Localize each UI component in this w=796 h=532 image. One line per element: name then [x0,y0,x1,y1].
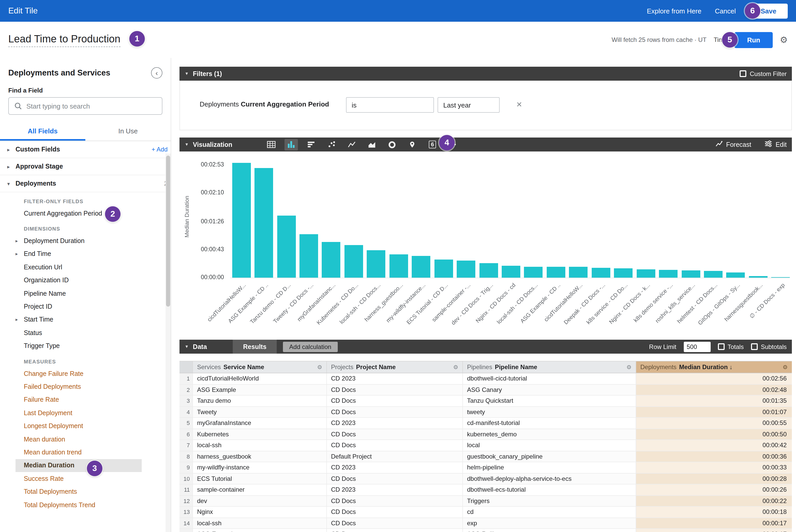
table-row[interactable]: 6KubernetesCD Docskubernetes_demo00:00:5… [180,429,792,440]
chart-bar[interactable] [636,269,655,278]
project-name-cell[interactable]: CD Docs [327,440,463,451]
table-row[interactable]: 14local-sshCD Docsexp00:00:17 [180,518,792,529]
chart-bar[interactable] [277,216,296,278]
field-item-total-deployments[interactable]: Total Deployments [0,485,171,498]
table-row[interactable]: 5myGrafanaInstanceCD 2023cd-manifest-tut… [180,418,792,429]
collapse-sidebar-button[interactable]: ‹ [151,67,162,79]
tab-results[interactable]: Results [233,340,277,354]
filter-operator-select[interactable]: is [346,97,434,113]
donut-chart-icon[interactable] [385,139,399,150]
field-item-success-rate[interactable]: Success Rate [0,472,171,485]
table-row[interactable]: 7local-sshCD Docslocal00:00:42 [180,440,792,451]
service-name-cell[interactable]: Tanzu demo [193,396,327,406]
pipeline-name-cell[interactable]: local [463,440,636,451]
chart-bar[interactable] [726,272,745,278]
median-duration-cell[interactable]: 00:00:17 [636,518,792,528]
chart-bar[interactable] [592,268,610,278]
median-duration-cell[interactable]: 00:02:48 [636,384,792,395]
column-header-pipeline-name[interactable]: PipelinesPipeline Name⚙ [463,361,636,373]
project-name-cell[interactable]: CD Docs [327,518,463,528]
run-button[interactable]: Run [735,32,773,48]
service-name-cell[interactable]: ASG Example [193,529,327,532]
pipeline-name-cell[interactable]: helm-pipeline [463,462,636,473]
filter-value-input[interactable]: Last year [438,97,500,113]
chart-bar[interactable] [367,250,386,278]
median-duration-cell[interactable]: 00:00:17 [636,529,792,532]
collapse-filters-icon[interactable]: ▼ [185,71,189,76]
chart-bar[interactable] [502,266,520,278]
table-row[interactable]: 2ASG ExampleCD DocsASG Canary00:02:48 [180,384,792,396]
collapse-visualization-icon[interactable]: ▼ [185,142,189,147]
chart-bar[interactable] [479,263,498,278]
add-custom-field-button[interactable]: + Add [151,146,168,153]
service-name-cell[interactable]: local-ssh [193,518,327,528]
field-item-execution-url[interactable]: Execution Url [0,261,171,274]
totals-checkbox[interactable] [718,343,724,350]
project-name-cell[interactable]: CD Docs [327,507,463,517]
service-name-cell[interactable]: cicdTutorialHelloWorld [193,373,327,384]
sidebar-scrollbar[interactable] [166,154,171,532]
chart-bar[interactable] [232,163,251,278]
project-name-cell[interactable]: CD 2023 [327,462,463,473]
project-name-cell[interactable]: CD Docs [327,473,463,484]
field-item-pipeline-name[interactable]: Pipeline Name [0,287,171,300]
service-name-cell[interactable]: Tweety [193,406,327,417]
project-name-cell[interactable]: CD 2023 [327,373,463,384]
median-duration-cell[interactable]: 00:01:35 [636,396,792,406]
project-name-cell[interactable]: CD Docs [327,429,463,439]
field-item-failure-rate[interactable]: Failure Rate [0,393,171,406]
line-chart-icon[interactable] [345,139,358,150]
field-item-deployment-duration[interactable]: ▸Deployment Duration [0,234,171,248]
chart-bar[interactable] [345,245,363,278]
column-gear-icon[interactable]: ⚙ [782,364,788,370]
median-duration-cell[interactable]: 00:00:33 [636,462,792,473]
pipeline-name-cell[interactable]: dbothwell-deploy-alpha-service-to-ecs [463,473,636,484]
scatter-icon[interactable] [325,139,338,150]
median-duration-cell[interactable]: 00:00:26 [636,484,792,495]
median-duration-cell[interactable]: 00:00:50 [636,429,792,439]
pipeline-name-cell[interactable]: ASG Canary [463,384,636,395]
service-name-cell[interactable]: my-wildfly-instance [193,462,327,473]
project-name-cell[interactable]: CD Docs [327,384,463,395]
chart-bar[interactable] [681,270,700,278]
chart-bar[interactable] [659,270,678,278]
pipeline-name-cell[interactable]: Tanzu Quickstart [463,396,636,406]
tile-title-input[interactable]: Lead Time to Production [8,33,121,47]
column-gear-icon[interactable]: ⚙ [317,364,322,370]
project-name-cell[interactable]: CD Docs [327,496,463,506]
row-limit-input[interactable] [684,341,710,352]
remove-filter-icon[interactable]: ✕ [516,100,522,109]
sidebar-group-approval-stage[interactable]: ▸Approval Stage [0,158,171,175]
chart-bar[interactable] [255,168,273,278]
table-icon[interactable] [264,139,278,150]
chart-bar[interactable] [434,259,453,278]
subtotals-checkbox[interactable] [751,343,758,350]
pipeline-name-cell[interactable]: tweety [463,406,636,417]
field-item-failed-deployments[interactable]: Failed Deployments [0,380,171,394]
column-gear-icon[interactable]: ⚙ [453,364,458,370]
chart-bar[interactable] [389,254,408,278]
chart-bar[interactable] [772,277,790,278]
pipeline-name-cell[interactable]: Triggers [463,496,636,506]
cancel-button[interactable]: Cancel [715,7,736,15]
service-name-cell[interactable]: harness_guestbook [193,451,327,462]
column-header-project-name[interactable]: ProjectsProject Name⚙ [327,361,463,373]
chart-bar[interactable] [322,242,340,278]
project-name-cell[interactable]: CD Docs [327,529,463,532]
pipeline-name-cell[interactable]: guestbook_canary_pipeline [463,451,636,462]
service-name-cell[interactable]: dev [193,496,327,506]
median-duration-cell[interactable]: 00:00:18 [636,507,792,517]
sidebar-group-custom-fields[interactable]: ▸Custom Fields+ Add [0,141,171,158]
settings-gear-icon[interactable]: ⚙ [780,34,788,45]
field-item-total-deployments-trend[interactable]: Total Deployments Trend [0,498,171,512]
chart-bar[interactable] [704,271,723,278]
median-duration-cell[interactable]: 00:00:55 [636,418,792,428]
pipeline-name-cell[interactable]: ASG Rolling [463,529,636,532]
table-row[interactable]: 8harness_guestbookDefault Projectguestbo… [180,451,792,462]
table-row[interactable]: 11sample-containerCD 2023dbothwell-ecs-t… [180,484,792,496]
bar-chart-icon[interactable] [304,139,318,150]
collapse-data-icon[interactable]: ▼ [185,344,189,349]
field-item-last-deployment[interactable]: Last Deployment [0,406,171,420]
field-item-organization-id[interactable]: Organization ID [0,274,171,287]
table-row[interactable]: 1cicdTutorialHelloWorldCD 2023dbothwell-… [180,373,792,384]
